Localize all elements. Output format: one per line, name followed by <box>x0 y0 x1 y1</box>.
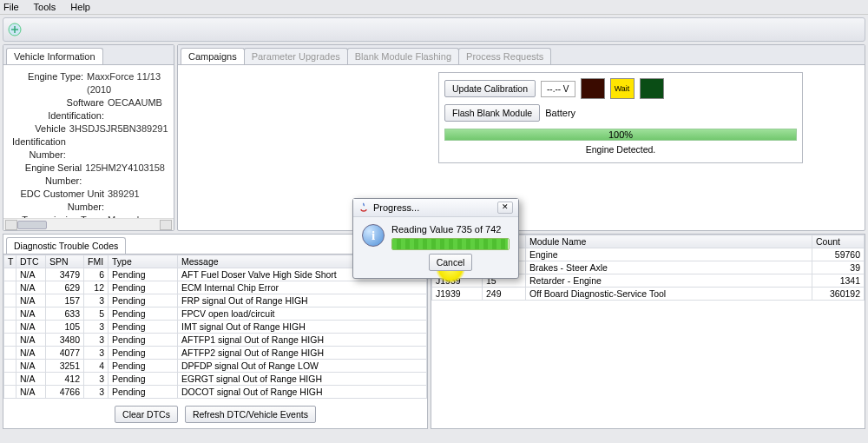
vehicle-info-value: MaxxForce 11/13 (2010 <box>87 70 165 96</box>
vehicle-info-label: Engine Serial Number: <box>12 162 85 188</box>
dtc-col-header[interactable]: SPN <box>46 255 84 268</box>
voltage-readout: --.-- V <box>541 81 575 97</box>
vehicle-info-label: Software Identification: <box>12 96 108 122</box>
table-row[interactable]: N/A34803PendingAFTFP1 signal Out of Rang… <box>4 334 427 347</box>
menu-bar: File Tools Help <box>0 0 868 15</box>
progress-dialog: Progress... ✕ i Reading Value 735 of 742… <box>352 198 519 279</box>
vehicle-info-row: Software Identification:OECAAUMB <box>12 96 165 122</box>
table-row[interactable]: N/A47663PendingDOCOT signal Out of Range… <box>4 386 427 399</box>
vehicle-info-label: EDC Customer Unit Number: <box>12 188 108 214</box>
battery-label: Battery <box>545 108 575 118</box>
dtc-col-header[interactable]: DTC <box>16 255 46 268</box>
mod-col-header[interactable]: Module Name <box>526 235 812 248</box>
vehicle-info-row: Engine Serial Number:125HM2Y4103158 <box>12 162 165 188</box>
vehicle-info-value: 3HSDJSJR5BN389291 <box>69 122 168 162</box>
table-row[interactable]: N/A1053PendingIMT signal Out of Range HI… <box>4 321 427 334</box>
table-row[interactable]: J1939249Off Board Diagnostic-Service Too… <box>432 288 865 301</box>
menu-file[interactable]: File <box>3 2 19 12</box>
tab-campaigns[interactable]: Campaigns <box>181 48 245 64</box>
table-row[interactable]: N/A6335PendingFPCV open load/circuit <box>4 307 427 321</box>
dtc-col-header[interactable]: FMI <box>84 255 108 268</box>
led-green <box>640 78 664 99</box>
dialog-title: Progress... <box>373 202 419 213</box>
toolbar <box>3 17 865 42</box>
table-row[interactable]: N/A4123PendingEGRGT signal Out of Range … <box>4 373 427 386</box>
table-row[interactable]: N/A62912PendingECM Internal Chip Error <box>4 281 427 294</box>
vehicle-info-value: 125HM2Y4103158 <box>85 162 165 188</box>
detect-status: Engine Detected. <box>444 144 797 155</box>
tab-vehicle-info[interactable]: Vehicle Information <box>6 48 103 64</box>
vehicle-info-row: EDC Customer Unit Number:389291 <box>12 188 165 214</box>
table-row[interactable]: N/A40773PendingAFTFP2 signal Out of Rang… <box>4 347 427 360</box>
vehicle-info-value: 389291 <box>108 188 140 214</box>
vehicle-info-label: Vehicle Identification Number: <box>12 122 69 162</box>
tab-parameter-upgrades[interactable]: Parameter Upgrades <box>244 48 348 64</box>
vehicle-info-label: Engine Type: <box>12 70 87 96</box>
vehicle-info-value: OECAAUMB <box>108 96 162 122</box>
campaigns-panel: CampaignsParameter UpgradesBlank Module … <box>177 44 865 231</box>
dialog-cancel-button[interactable]: Cancel <box>429 254 473 271</box>
tab-dtc[interactable]: Diagnostic Trouble Codes <box>6 237 126 254</box>
menu-help[interactable]: Help <box>70 2 90 12</box>
dtc-col-header[interactable]: Type <box>108 255 178 268</box>
tab-process-requests[interactable]: Process Requests <box>458 48 551 64</box>
engine-icon[interactable] <box>6 21 23 38</box>
menu-tools[interactable]: Tools <box>34 2 56 12</box>
mod-col-header[interactable]: Count <box>812 235 865 248</box>
dtc-col-header[interactable]: T <box>4 255 16 268</box>
java-icon <box>358 202 369 213</box>
led-red <box>581 78 605 99</box>
led-wait: Wait <box>610 78 635 99</box>
refresh-dtc-button[interactable]: Refresh DTC/Vehicle Events <box>185 406 316 423</box>
tab-blank-module-flashing[interactable]: Blank Module Flashing <box>347 48 459 64</box>
vehicle-info-panel: Vehicle Information Engine Type:MaxxForc… <box>3 44 174 231</box>
vehicle-info-hscroll[interactable] <box>3 218 174 230</box>
flash-blank-module-button[interactable]: Flash Blank Module <box>444 104 540 122</box>
clear-dtcs-button[interactable]: Clear DTCs <box>115 406 178 423</box>
calibration-box: Update Calibration --.-- V Wait Flash Bl… <box>438 72 803 163</box>
table-row[interactable]: N/A32514PendingDPFDP signal Out of Range… <box>4 360 427 373</box>
update-calibration-button[interactable]: Update Calibration <box>444 80 536 97</box>
vehicle-info-row: Engine Type:MaxxForce 11/13 (2010 <box>12 70 165 96</box>
dialog-progress <box>391 238 510 250</box>
table-row[interactable]: N/A1573PendingFRP signal Out of Range HI… <box>4 294 427 307</box>
vehicle-info-row: Vehicle Identification Number:3HSDJSJR5B… <box>12 122 165 162</box>
dialog-message: Reading Value 735 of 742 <box>391 224 510 235</box>
detect-progress: 100% <box>444 129 797 141</box>
dialog-close-button[interactable]: ✕ <box>497 202 513 214</box>
info-icon: i <box>362 224 385 247</box>
